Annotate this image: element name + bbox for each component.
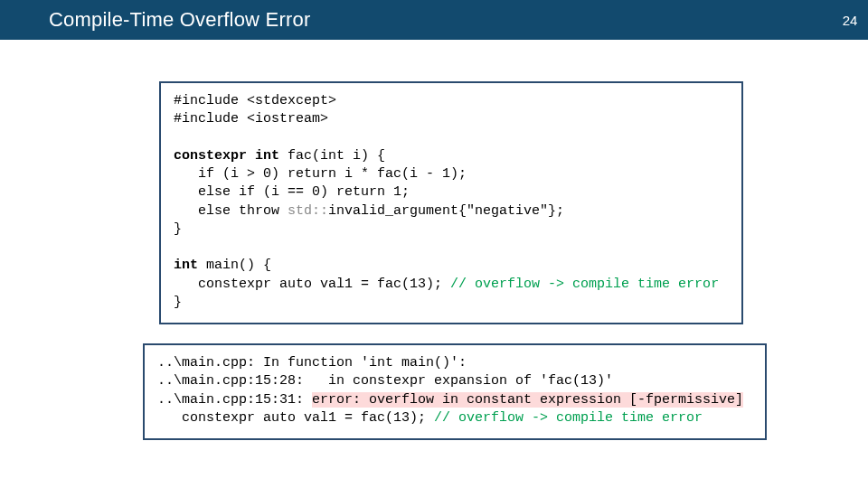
code-line: else if (i == 0) return 1;	[174, 184, 410, 200]
code-frag: fac	[288, 148, 312, 164]
slide: Compile-Time Overflow Error 24 #include …	[0, 0, 868, 488]
code-frag: std::	[288, 203, 328, 219]
code-line: }	[174, 295, 182, 310]
output-error: error: overflow in constant expression […	[312, 392, 743, 408]
code-line: #include <iostream>	[174, 111, 328, 127]
code-line: #include <stdexcept>	[174, 93, 336, 108]
output-frag: ..\main.cpp:15:31:	[157, 392, 312, 408]
code-frag: constexpr auto val1 =	[174, 277, 377, 292]
code-frag: () {	[239, 258, 271, 273]
code-frag: else throw	[174, 203, 288, 219]
titlebar: Compile-Time Overflow Error	[0, 0, 832, 40]
code-frag: (13);	[401, 277, 450, 292]
page-number: 24	[832, 0, 868, 40]
slide-title: Compile-Time Overflow Error	[0, 8, 310, 32]
code-block-output: ..\main.cpp: In function 'int main()': .…	[143, 343, 767, 440]
code-frag: invalid_argument{"negative"};	[328, 203, 564, 219]
code-line: }	[174, 221, 182, 237]
output-line: ..\main.cpp:15:28: in constexpr expansio…	[157, 373, 613, 389]
output-comment: // overflow -> compile time error	[434, 410, 703, 426]
output-frag: constexpr auto val1 = fac(13);	[157, 410, 434, 426]
code-frag: constexpr int	[174, 148, 288, 164]
code-frag: fac	[377, 166, 401, 182]
output-line: ..\main.cpp: In function 'int main()':	[157, 355, 467, 371]
code-block-source: #include <stdexcept> #include <iostream>…	[159, 81, 743, 324]
code-frag: (i - 1);	[401, 166, 467, 182]
code-frag: main	[206, 258, 239, 273]
code-frag: (int i) {	[312, 148, 385, 164]
code-frag: int	[174, 258, 206, 273]
code-comment: // overflow -> compile time error	[450, 277, 719, 292]
code-frag: fac	[377, 277, 401, 292]
code-frag: if (i > 0) return i *	[174, 166, 377, 182]
